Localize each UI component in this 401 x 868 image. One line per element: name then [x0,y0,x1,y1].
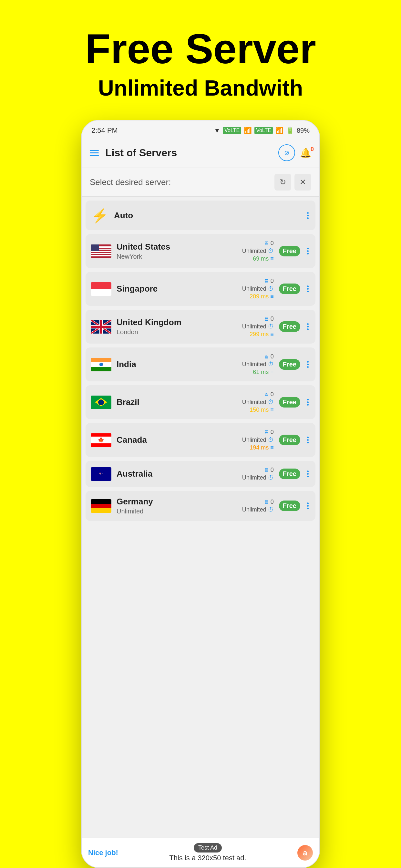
server-name-de: Germany [117,497,237,507]
server-item-ca[interactable]: 🍁 Canada 🖥 0 Unlimited ⏱ 194 ms ≡ [86,423,315,457]
menu-dots-sg[interactable] [305,284,310,294]
stat-connections-ca: 🖥 0 [264,429,274,436]
hamburger-button[interactable] [90,150,99,156]
time-icon-br: ⏱ [268,399,274,406]
status-icons: ▼ VoLTE 📶 VoLTE 📶 🔋 89% [214,127,310,134]
server-item-auto[interactable]: ⚡ Auto [86,200,315,230]
stat-connections-sg: 🖥 0 [264,278,274,284]
flag-us [91,244,112,258]
menu-dots-de[interactable] [305,501,310,511]
signal-icon: 📶 [244,127,252,134]
server-info-br: Brazil [117,397,237,407]
menu-dots-auto[interactable] [305,211,310,221]
free-badge-sg: Free [279,283,300,294]
server-info-auto: Auto [114,211,300,221]
time-icon-in: ⏱ [268,361,274,368]
server-stats-ca: 🖥 0 Unlimited ⏱ 194 ms ≡ [242,429,274,451]
ad-logo-text: a [303,848,307,857]
menu-dots-in[interactable] [305,360,310,369]
ad-bar: Nice job! Test Ad This is a 320x50 test … [82,838,319,867]
menu-dots-au[interactable] [305,469,310,479]
stat-connections-br: 🖥 0 [264,391,274,398]
ad-nice-text: Nice job! [88,848,118,857]
conn-icon-au: 🖥 [264,467,269,473]
free-badge-ca: Free [279,435,300,445]
hamburger-line-3 [90,155,99,156]
conn-val-in: 0 [271,353,274,360]
wifi-icon: ▼ [214,127,220,134]
server-name-br: Brazil [117,397,237,407]
server-info-gb: United Kingdom London [117,317,237,336]
server-info-de: Germany Unlimited [117,497,237,515]
time-icon-us: ⏱ [268,248,274,254]
speed-icon-sg: ≡ [270,293,274,300]
volte2-icon: VoLTE [254,127,273,134]
conn-icon-gb: 🖥 [264,316,269,322]
notification-button[interactable]: 🔔 0 [300,148,311,158]
vpn-settings-button[interactable]: ⊘ [278,144,295,161]
server-stats-in: 🖥 0 Unlimited ⏱ 61 ms ≡ [242,353,274,376]
bw-val-br: Unlimited [242,399,266,406]
flag-sg [91,282,112,296]
free-badge-br: Free [279,397,300,407]
app-header: List of Servers ⊘ 🔔 0 [82,138,319,168]
server-info-in: India [117,360,237,369]
stat-connections-us: 🖥 0 [264,240,274,247]
notif-badge: 0 [311,146,314,153]
flag-de [91,499,112,513]
bw-val-us: Unlimited [242,248,266,254]
ping-val-ca: 194 ms [250,444,269,451]
server-item-de[interactable]: Germany Unlimited 🖥 0 Unlimited ⏱ Free [86,491,315,521]
hero-subtitle: Unlimited Bandwith [98,75,303,100]
battery-icon: 🔋 [286,127,294,134]
server-item-br[interactable]: Brazil 🖥 0 Unlimited ⏱ 150 ms ≡ Free [86,385,315,419]
stat-ping-us: 69 ms ≡ [253,255,274,262]
menu-dots-ca[interactable] [305,435,310,445]
stat-ping-br: 150 ms ≡ [250,407,274,413]
server-stats-de: 🖥 0 Unlimited ⏱ [242,499,274,513]
bw-val-de: Unlimited [242,506,266,513]
phone-mockup: 2:54 PM ▼ VoLTE 📶 VoLTE 📶 🔋 89% List of … [81,120,320,868]
server-name-au: Australia [117,469,237,479]
server-info-ca: Canada [117,435,237,445]
flag-br [91,396,112,409]
hamburger-line-1 [90,150,99,151]
dot3 [307,217,309,219]
speed-icon-br: ≡ [270,407,274,413]
conn-icon-de: 🖥 [264,499,269,505]
battery-pct: 89% [297,127,310,134]
server-stats-us: 🖥 0 Unlimited ⏱ 69 ms ≡ [242,240,274,262]
time-icon-gb: ⏱ [268,323,274,330]
time-icon-ca: ⏱ [268,437,274,443]
server-info-us: United States NewYork [117,242,237,260]
server-item-au[interactable]: 🇦🇺 Australia 🖥 0 Unlimited ⏱ Free [86,461,315,487]
flag-gb [91,320,112,334]
stat-ping-sg: 209 ms ≡ [250,293,274,300]
stat-connections-in: 🖥 0 [264,353,274,360]
conn-val-de: 0 [271,499,274,505]
server-name-auto: Auto [114,211,300,221]
menu-dots-gb[interactable] [305,321,310,332]
conn-val-us: 0 [271,240,274,247]
ping-val-gb: 299 ms [250,331,269,338]
refresh-button[interactable]: ↻ [274,174,291,190]
menu-dots-us[interactable] [305,246,310,256]
server-city-us: NewYork [117,253,237,260]
hero-section: Free Server Unlimited Bandwith [0,0,401,120]
bw-val-in: Unlimited [242,361,266,368]
conn-icon-ca: 🖥 [264,430,269,435]
stat-ping-gb: 299 ms ≡ [250,331,274,338]
server-item-gb[interactable]: United Kingdom London 🖥 0 Unlimited ⏱ 29… [86,310,315,344]
server-item-in[interactable]: 🔵 India 🖥 0 Unlimited ⏱ 61 ms ≡ [86,347,315,381]
time-icon-au: ⏱ [268,474,274,481]
ad-content[interactable]: Test Ad This is a 320x50 test ad. [123,843,292,862]
close-button[interactable]: ✕ [295,174,311,190]
server-stats-au: 🖥 0 Unlimited ⏱ [242,467,274,481]
menu-dots-br[interactable] [305,397,310,407]
status-time: 2:54 PM [91,126,118,135]
ping-val-sg: 209 ms [250,293,269,300]
server-select-bar: Select desired server: ↻ ✕ [82,168,319,197]
server-item-us[interactable]: United States NewYork 🖥 0 Unlimited ⏱ 69… [86,234,315,268]
dot1 [307,212,309,214]
server-item-sg[interactable]: Singapore 🖥 0 Unlimited ⏱ 209 ms ≡ Free [86,272,315,306]
